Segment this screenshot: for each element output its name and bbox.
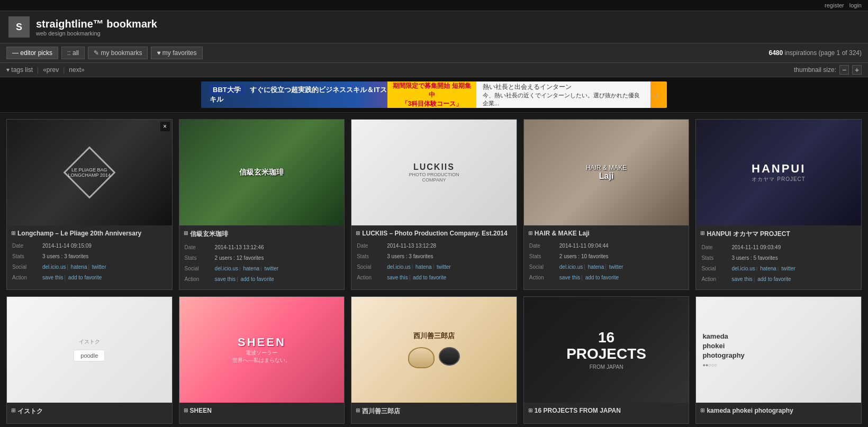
card-5-fav[interactable]: add to favorite: [757, 276, 791, 282]
card-2-thumbnail[interactable]: 信級玄米珈琲: [179, 120, 345, 225]
card-1-action: save this| add to favorite: [42, 273, 167, 283]
card-2-delicious[interactable]: del.icio.us: [215, 266, 238, 271]
card-4-meta: Date2014-11-11 09:04:44 Stats2 users : 1…: [528, 240, 685, 284]
card-2-fav[interactable]: add to favorite: [240, 276, 274, 282]
card-4-save[interactable]: save this: [559, 275, 580, 280]
card-7-thumbnail[interactable]: SHEEN 電波ソーラー世界へ—私はまらない。: [179, 297, 345, 403]
site-title: straightline™ bookmark: [36, 18, 157, 30]
card-5-hatena[interactable]: hatena: [760, 266, 776, 271]
card-6-thumb-content: イストク poodle: [7, 297, 172, 403]
header: S straightline™ bookmark web design book…: [0, 11, 868, 43]
next-button[interactable]: next»: [69, 66, 84, 74]
register-link[interactable]: register: [825, 2, 844, 8]
bookmark-icon-8: ⊞: [356, 407, 360, 413]
card-8-thumbnail[interactable]: 西川善三郎店: [351, 297, 517, 403]
card-5-thumbnail[interactable]: HANPUI オカヤマ PROJECT: [696, 120, 861, 225]
bookmark-icon-5: ⊞: [700, 230, 704, 236]
bookmark-icon-4: ⊞: [528, 230, 532, 236]
card-9-title: ⊞ 16 PROJECTS FROM JAPAN: [528, 407, 685, 414]
card-3-thumb-content: LUCKIIS PHOTO PRODUCTIONCOMPANY: [351, 120, 517, 225]
ad-arrow-icon: ›: [655, 89, 658, 101]
card-3-hatena[interactable]: hatena: [415, 264, 432, 270]
card-3-delicious[interactable]: del.icio.us: [387, 264, 410, 270]
size-plus-button[interactable]: +: [852, 65, 862, 75]
card-8-title: ⊞ 西川善三郎店: [356, 407, 512, 416]
card-2-save[interactable]: save this: [215, 276, 236, 282]
inspirations-count: 6480 inspirations (page 1 of 324): [769, 49, 862, 57]
my-bookmarks-button[interactable]: ✎ my bookmarks: [88, 47, 148, 59]
card-5-twitter[interactable]: twitter: [781, 266, 795, 271]
card-4-title: ⊞ HAIR & MAKE Laji: [528, 230, 685, 237]
card-4-action: save this| add to favorite: [559, 273, 684, 283]
card-4-hatena[interactable]: hatena: [588, 264, 604, 270]
ad-right-text: 熱い社長と出会えるインターン 今、熱い社長の近くでインターンしたい。選び抜かれた…: [476, 81, 650, 108]
thumbnail-size-label: thumbnail size:: [794, 66, 836, 74]
card-5-stats: 3 users : 5 favorites: [731, 253, 856, 263]
card-4: HAIR & MAKELaji ⊞ HAIR & MAKE Laji Date2…: [523, 119, 690, 290]
card-5-date: 2014-11-11 09:03:49: [731, 243, 856, 252]
tags-list-button[interactable]: ▾ tags list: [6, 66, 33, 74]
card-1-thumbnail[interactable]: × LE PLIAGE BAGLONGCHAMP 2014: [7, 120, 172, 225]
tags-bar: ▾ tags list | «prev | next» thumbnail si…: [0, 63, 868, 77]
card-10-info: ⊞ kameda phokei photography: [696, 403, 861, 422]
card-4-info: ⊞ HAIR & MAKE Laji Date2014-11-11 09:04:…: [524, 225, 689, 288]
my-favorites-button[interactable]: ♥ my favorites: [151, 47, 202, 59]
tags-right: thumbnail size: − +: [794, 65, 862, 75]
card-3-info: ⊞ LUCKIIS – Photo Production Company. Es…: [351, 225, 517, 288]
card-6: イストク poodle ⊞ イストク: [6, 296, 173, 424]
card-3-thumbnail[interactable]: LUCKIIS PHOTO PRODUCTIONCOMPANY: [351, 120, 517, 225]
card-1-info: ⊞ Longchamp – Le Pliage 20th Anniversary…: [7, 225, 172, 288]
card-5: HANPUI オカヤマ PROJECT ⊞ HANPUI オカヤマ PROJEC…: [695, 119, 862, 290]
card-4-delicious[interactable]: del.icio.us: [559, 264, 583, 270]
card-2-title: ⊞ 信級玄米珈琲: [184, 230, 340, 239]
logo-box: S: [8, 16, 30, 38]
ad-content[interactable]: BBT大学 すぐに役立つ超実践的ビジネススキル＆ITスキル 期間限定で募集開始 …: [201, 81, 667, 108]
card-7: SHEEN 電波ソーラー世界へ—私はまらない。 ⊞ SHEEN: [179, 296, 345, 424]
card-10-title: ⊞ kameda phokei photography: [700, 407, 857, 414]
card-1-meta: Date2014-11-14 09:15:09 Stats3 users : 3…: [11, 240, 168, 284]
card-3-stats: 3 users : 3 favorites: [387, 252, 511, 261]
login-link[interactable]: login: [849, 2, 862, 8]
card-3-twitter[interactable]: twitter: [437, 264, 451, 270]
card-8: 西川善三郎店 ⊞ 西川善三郎店: [351, 296, 517, 424]
card-2-info: ⊞ 信級玄米珈琲 Date2014-11-13 13:12:46 Stats2 …: [179, 225, 345, 289]
card-2-hatena[interactable]: hatena: [243, 266, 259, 271]
card-4-thumb-content: HAIR & MAKELaji: [524, 120, 689, 225]
card-4-thumbnail[interactable]: HAIR & MAKELaji: [524, 120, 689, 225]
card-1-twitter[interactable]: twitter: [92, 264, 106, 270]
card-3-title: ⊞ LUCKIIS – Photo Production Company. Es…: [356, 230, 512, 237]
card-1-social: del.icio.us| hatena| twitter: [42, 262, 167, 272]
card-8-thumb-content: 西川善三郎店: [351, 297, 517, 403]
all-button[interactable]: :: all: [61, 47, 85, 59]
card-6-thumbnail[interactable]: イストク poodle: [7, 297, 172, 403]
card-7-info: ⊞ SHEEN: [179, 403, 345, 422]
prev-button[interactable]: «prev: [43, 66, 59, 74]
card-3-fav[interactable]: add to favorite: [413, 275, 446, 280]
card-2-social: del.icio.us| hatena| twitter: [215, 264, 339, 274]
card-1-hatena[interactable]: hatena: [71, 264, 87, 270]
card-4-fav[interactable]: add to favorite: [585, 275, 619, 280]
card-2-twitter[interactable]: twitter: [264, 266, 278, 271]
bookmark-icon-10: ⊞: [700, 407, 704, 413]
prev-next-separator: |: [63, 66, 65, 74]
bookmark-icon-7: ⊞: [184, 407, 188, 413]
card-10-thumbnail[interactable]: kamedaphokeiphotography ●●○○○: [696, 297, 861, 403]
editor-picks-button[interactable]: — editor picks: [6, 47, 58, 59]
card-1-save[interactable]: save this: [42, 275, 63, 280]
bookmark-icon-3: ⊞: [356, 230, 360, 236]
bookmark-icon-9: ⊞: [528, 407, 532, 413]
card-1-title: ⊞ Longchamp – Le Pliage 20th Anniversary: [11, 230, 168, 237]
card-9-thumbnail[interactable]: 16PROJECTS FROM JAPAN: [524, 297, 689, 403]
card-3-save[interactable]: save this: [387, 275, 408, 280]
bookmark-icon-1: ⊞: [11, 230, 15, 236]
card-5-delicious[interactable]: del.icio.us: [731, 266, 755, 271]
card-1: × LE PLIAGE BAGLONGCHAMP 2014 ⊞ Longcham…: [6, 119, 173, 290]
card-1-delicious[interactable]: del.icio.us: [42, 264, 66, 270]
card-5-save[interactable]: save this: [731, 276, 752, 282]
card-1-fav[interactable]: add to favorite: [68, 275, 102, 280]
ad-banner: BBT大学 すぐに役立つ超実践的ビジネススキル＆ITスキル 期間限定で募集開始 …: [0, 77, 868, 113]
card-4-twitter[interactable]: twitter: [609, 264, 623, 270]
card-9-thumb-content: 16PROJECTS FROM JAPAN: [524, 297, 689, 403]
bookmark-icon-6: ⊞: [11, 407, 15, 413]
size-minus-button[interactable]: −: [839, 65, 849, 75]
